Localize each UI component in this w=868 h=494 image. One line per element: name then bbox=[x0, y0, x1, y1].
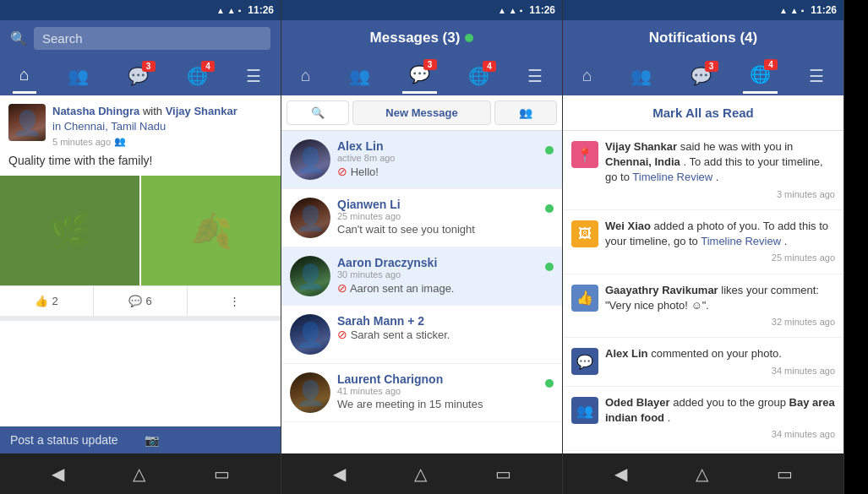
search-messages-btn[interactable]: 🔍 bbox=[287, 100, 349, 125]
msg-time-laurent: 41 minutes ago bbox=[337, 386, 538, 396]
wifi-icon-2: ▲ bbox=[498, 6, 506, 15]
feed-post: 👤 Natasha Dhingra with Vijay Shankar in … bbox=[0, 95, 281, 321]
message-item-sarah[interactable]: 👤 Sarah Mann + 2 ⊘ Sarah sent a sticker. bbox=[281, 306, 562, 364]
notif-content-gaayathry: Gaayathry Ravikumar likes your comment: … bbox=[605, 283, 835, 329]
post-image-right: 🍂 bbox=[141, 176, 281, 285]
status-update-bar[interactable]: Post a status update 📷 bbox=[0, 426, 281, 453]
msg-body-aaron: Aaron Draczynski 30 minutes ago ⊘ Aaron … bbox=[337, 256, 538, 295]
notifications-panel: ▲ ▲ ▪ 11:26 Notifications (4) ⌂ 👥 💬 3 🌐 … bbox=[563, 0, 844, 494]
with-text: with bbox=[143, 105, 162, 117]
feed-content: 👤 Natasha Dhingra with Vijay Shankar in … bbox=[0, 95, 281, 426]
notif-time-wei: 25 minutes ago bbox=[605, 252, 835, 264]
home-btn-2[interactable]: △ bbox=[414, 464, 427, 484]
msg-body-alex: Alex Lin active 8m ago ⊘ Hello! bbox=[337, 139, 538, 178]
notif-content-oded: Oded Blayer added you to the group Bay a… bbox=[605, 395, 835, 442]
msg-time-alex: active 8m ago bbox=[337, 153, 538, 163]
nav-messages-1[interactable]: 💬 3 bbox=[121, 62, 156, 93]
photo-icon: 🖼 bbox=[578, 226, 592, 242]
recents-btn-2[interactable]: ▭ bbox=[495, 464, 511, 484]
notif-name-vijay: Vijay Shankar bbox=[605, 140, 677, 153]
notif-item-vijay[interactable]: 📍 Vijay Shankar said he was with you in … bbox=[563, 131, 843, 210]
back-btn-1[interactable]: ◀ bbox=[52, 464, 64, 484]
globe-badge-3: 4 bbox=[764, 59, 778, 70]
notif-item-wei[interactable]: 🖼 Wei Xiao added a photo of you. To add … bbox=[563, 210, 843, 274]
messages-list: 👤 Alex Lin active 8m ago ⊘ Hello! 👤 Qian… bbox=[281, 131, 562, 453]
camera-icon[interactable]: 📷 bbox=[145, 433, 270, 447]
notif-link-wei[interactable]: Timeline Review bbox=[701, 235, 781, 247]
nav-menu-3[interactable]: ☰ bbox=[802, 62, 831, 93]
post-images: 🌿 🍂 bbox=[0, 176, 281, 285]
home-icon: ⌂ bbox=[19, 65, 30, 84]
message-item-laurent[interactable]: 👤 Laurent Charignon 41 minutes ago We ar… bbox=[281, 364, 562, 422]
notif-item-alex[interactable]: 💬 Alex Lin commented on your photo. 34 m… bbox=[563, 338, 843, 387]
nav-globe-2[interactable]: 🌐 4 bbox=[461, 62, 496, 93]
online-dot-alex bbox=[545, 146, 554, 155]
search-input[interactable] bbox=[34, 27, 270, 50]
more-action[interactable]: ⋮ bbox=[188, 286, 281, 316]
msg-time-qianwen: 25 minutes ago bbox=[337, 211, 538, 221]
search-icon: 🔍 bbox=[10, 30, 27, 46]
comment-action[interactable]: 💬 6 bbox=[94, 286, 188, 316]
back-btn-3[interactable]: ◀ bbox=[614, 464, 627, 484]
back-btn-2[interactable]: ◀ bbox=[333, 464, 346, 484]
nav-globe-1[interactable]: 🌐 4 bbox=[180, 62, 215, 93]
nav-friends-2[interactable]: 👥 bbox=[342, 62, 377, 93]
online-dot-qianwen bbox=[545, 204, 554, 213]
signal-icon-3: ▲ bbox=[790, 6, 799, 15]
home-btn-3[interactable]: △ bbox=[696, 464, 708, 484]
globe-badge-1: 4 bbox=[201, 61, 215, 72]
messages-badge-3: 3 bbox=[705, 61, 718, 72]
menu-icon-2: ☰ bbox=[527, 66, 543, 86]
status-update-label: Post a status update bbox=[10, 433, 136, 447]
msg-name-qianwen: Qianwen Li bbox=[337, 198, 538, 211]
wifi-icon-3: ▲ bbox=[779, 6, 788, 15]
message-item-qianwen[interactable]: 👤 Qianwen Li 25 minutes ago Can't wait t… bbox=[281, 189, 562, 247]
time-ago: 5 minutes ago bbox=[52, 137, 111, 147]
nav-home-2[interactable]: ⌂ bbox=[294, 62, 318, 92]
like-icon: 👍 bbox=[35, 295, 48, 307]
nav-home-3[interactable]: ⌂ bbox=[576, 62, 599, 92]
nav-home[interactable]: ⌂ bbox=[13, 62, 36, 94]
time-2: 11:26 bbox=[529, 4, 555, 16]
status-icons-3: ▲ ▲ ▪ bbox=[779, 6, 804, 15]
new-message-label: New Message bbox=[385, 106, 457, 119]
status-bar-1: ▲ ▲ ▪ 11:26 bbox=[0, 0, 281, 20]
group-message-btn[interactable]: 👥 bbox=[494, 100, 557, 125]
recents-btn-1[interactable]: ▭ bbox=[214, 464, 230, 484]
nav-messages-2[interactable]: 💬 3 bbox=[402, 61, 437, 94]
nav-friends-3[interactable]: 👥 bbox=[624, 62, 658, 93]
nav-messages-3[interactable]: 💬 3 bbox=[684, 62, 718, 93]
nav-globe-3[interactable]: 🌐 4 bbox=[743, 61, 778, 94]
recents-btn-3[interactable]: ▭ bbox=[777, 464, 793, 484]
nav-menu-2[interactable]: ☰ bbox=[521, 62, 549, 93]
message-item-aaron[interactable]: 👤 Aaron Draczynski 30 minutes ago ⊘ Aaro… bbox=[281, 247, 562, 306]
msg-name-laurent: Laurent Charignon bbox=[337, 372, 538, 386]
new-message-btn[interactable]: New Message bbox=[352, 100, 491, 125]
notif-item-oded[interactable]: 👥 Oded Blayer added you to the group Bay… bbox=[563, 387, 843, 451]
home-btn-1[interactable]: △ bbox=[133, 464, 145, 484]
notif-content-alex: Alex Lin commented on your photo. 34 min… bbox=[605, 346, 835, 377]
nav-menu-1[interactable]: ☰ bbox=[239, 62, 268, 93]
like-action[interactable]: 👍 2 bbox=[0, 286, 94, 316]
post-location: in Chennai, Tamil Nadu bbox=[52, 120, 166, 133]
message-item-alex[interactable]: 👤 Alex Lin active 8m ago ⊘ Hello! bbox=[281, 131, 562, 189]
mark-all-read-label: Mark All as Read bbox=[652, 106, 754, 120]
mark-all-read-btn[interactable]: Mark All as Read bbox=[563, 95, 843, 131]
messages-panel: ▲ ▲ ▪ 11:26 Messages (3) ⌂ 👥 💬 3 🌐 4 ☰ bbox=[281, 0, 563, 494]
notif-icon-like: 👍 bbox=[571, 285, 598, 312]
nav-bar-3: ⌂ 👥 💬 3 🌐 4 ☰ bbox=[563, 56, 843, 95]
msg-preview-alex: ⊘ Hello! bbox=[337, 165, 538, 178]
notif-item-gaayathry[interactable]: 👍 Gaayathry Ravikumar likes your comment… bbox=[563, 274, 843, 339]
notif-icon-location: 📍 bbox=[571, 141, 598, 168]
notif-icon-photo: 🖼 bbox=[571, 220, 598, 247]
status-icons-2: ▲ ▲ ▪ bbox=[498, 6, 522, 15]
msg-preview-sarah: ⊘ Sarah sent a sticker. bbox=[337, 328, 538, 341]
notif-name-wei: Wei Xiao bbox=[605, 220, 651, 232]
nav-friends[interactable]: 👥 bbox=[61, 62, 96, 93]
time-1: 11:26 bbox=[248, 4, 274, 16]
msg-icon-sarah: ⊘ bbox=[337, 328, 347, 341]
comment-count: 6 bbox=[145, 295, 151, 307]
msg-time-aaron: 30 minutes ago bbox=[337, 269, 538, 280]
notif-time-alex: 34 minutes ago bbox=[605, 365, 835, 377]
notif-link-vijay[interactable]: Timeline Review bbox=[632, 171, 712, 183]
